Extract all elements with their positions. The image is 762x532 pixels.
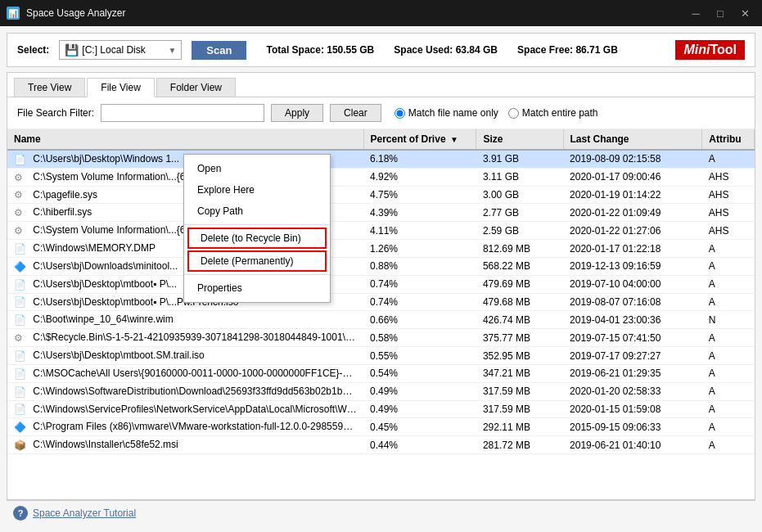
- tutorial-link[interactable]: Space Analyzer Tutorial: [33, 507, 136, 519]
- logo-tool: Tool: [710, 43, 737, 57]
- col-header-percent[interactable]: Percent of Drive ▼: [363, 129, 476, 150]
- cell-name: ⚙ C:\$Recycle.Bin\S-1-5-21-4210935939-30…: [7, 329, 363, 347]
- space-free-label: Space Free:: [517, 44, 573, 56]
- file-table: Name Percent of Drive ▼ Size Last Change…: [7, 129, 755, 454]
- cell-lastchange: 2019-04-01 23:00:36: [563, 311, 702, 329]
- disk-info: Total Space: 150.55 GB Space Used: 63.84…: [266, 44, 617, 56]
- clear-button[interactable]: Clear: [330, 104, 381, 122]
- tab-folder-view[interactable]: Folder View: [156, 78, 236, 97]
- col-header-lastchange[interactable]: Last Change: [563, 129, 702, 150]
- cell-size: 317.59 MB: [476, 382, 563, 400]
- radio-match-filename[interactable]: Match file name only: [395, 107, 498, 119]
- table-row[interactable]: 📄 C:\Windows\MEMORY.DMP 1.26% 812.69 MB …: [7, 240, 755, 258]
- table-row[interactable]: 🔷 C:\Program Files (x86)\vmware\VMware-w…: [7, 418, 755, 436]
- context-open[interactable]: Open: [184, 158, 330, 179]
- cell-attrib: A: [702, 364, 755, 382]
- table-row[interactable]: 📄 C:\Users\bj\Desktop\mtboot▪ P\... 0.74…: [7, 275, 755, 293]
- tab-tree-view[interactable]: Tree View: [14, 78, 85, 97]
- context-explore[interactable]: Explore Here: [184, 179, 330, 201]
- cell-name: 📄 C:\MSOCache\All Users\{90160000-0011-0…: [7, 364, 363, 382]
- drive-selector[interactable]: 💾 [C:] Local Disk ▼: [59, 40, 182, 60]
- cell-lastchange: 2020-01-15 01:59:08: [563, 400, 702, 418]
- file-icon: 📄: [14, 350, 27, 362]
- table-row[interactable]: ⚙ C:\System Volume Information\...{60c98…: [7, 168, 755, 186]
- space-free-value: 86.71 GB: [575, 44, 617, 56]
- help-icon[interactable]: ?: [13, 506, 28, 521]
- col-header-size[interactable]: Size: [476, 129, 563, 150]
- table-row[interactable]: ⚙ C:\System Volume Information\...{60c98…: [7, 222, 755, 240]
- cell-lastchange: 2015-09-15 09:06:33: [563, 418, 702, 436]
- minitool-logo: MiniTool: [675, 40, 745, 60]
- cell-percent: 0.44%: [363, 436, 476, 454]
- file-icon: ⚙: [14, 189, 27, 201]
- table-row[interactable]: ⚙ C:\pagefile.sys 4.75% 3.00 GB 2020-01-…: [7, 186, 755, 204]
- close-button[interactable]: ✕: [734, 4, 755, 22]
- search-input[interactable]: [101, 104, 264, 122]
- cell-size: 426.74 MB: [476, 311, 563, 329]
- tab-file-view[interactable]: File View: [87, 78, 154, 97]
- title-bar: 📊 Space Usage Analyzer ─ □ ✕: [0, 0, 762, 26]
- cell-percent: 6.18%: [363, 150, 476, 168]
- table-row[interactable]: 📄 C:\Users\bj\Desktop\mtboot.SM.trail.is…: [7, 347, 755, 365]
- table-row[interactable]: ⚙ C:\$Recycle.Bin\S-1-5-21-4210935939-30…: [7, 329, 755, 347]
- cell-name: 📦 C:\Windows\Installer\c58fe52.msi: [7, 436, 363, 454]
- table-row[interactable]: 📄 C:\Boot\winpe_10_64\winre.wim 0.66% 42…: [7, 311, 755, 329]
- cell-size: 812.69 MB: [476, 240, 563, 258]
- table-row[interactable]: 📄 C:\Windows\ServiceProfiles\NetworkServ…: [7, 400, 755, 418]
- cell-attrib: A: [702, 240, 755, 258]
- cell-percent: 0.49%: [363, 382, 476, 400]
- context-copy-path[interactable]: Copy Path: [184, 201, 330, 222]
- cell-lastchange: 2020-01-17 09:00:46: [563, 168, 702, 186]
- cell-attrib: A: [702, 329, 755, 347]
- total-space-value: 150.55 GB: [327, 44, 374, 56]
- col-header-attrib[interactable]: Attribu: [702, 129, 755, 150]
- view-tabs: Tree View File View Folder View: [7, 73, 755, 97]
- cell-size: 568.22 MB: [476, 257, 563, 275]
- scan-button[interactable]: Scan: [192, 41, 246, 60]
- file-icon: 📄: [14, 243, 27, 255]
- table-row[interactable]: 🔷 C:\Users\bj\Downloads\minitool... 0.88…: [7, 257, 755, 275]
- cell-size: 2.77 GB: [476, 204, 563, 222]
- table-row[interactable]: 📄 C:\MSOCache\All Users\{90160000-0011-0…: [7, 364, 755, 382]
- radio-match-path[interactable]: Match entire path: [508, 107, 598, 119]
- file-icon: 📄: [14, 368, 27, 380]
- cell-attrib: A: [702, 382, 755, 400]
- cell-percent: 4.11%: [363, 222, 476, 240]
- table-row[interactable]: 📄 C:\Users\bj\Desktop\mtboot▪ P\...Pw.Fr…: [7, 293, 755, 311]
- cell-size: 292.11 MB: [476, 418, 563, 436]
- table-row[interactable]: 📄 C:\Users\bj\Desktop\Windows 1... 6.18%…: [7, 150, 755, 168]
- table-row[interactable]: ⚙ C:\hiberfil.sys 4.39% 2.77 GB 2020-01-…: [7, 204, 755, 222]
- cell-size: 352.95 MB: [476, 347, 563, 365]
- cell-attrib: AHS: [702, 222, 755, 240]
- minimize-button[interactable]: ─: [685, 4, 706, 22]
- cell-lastchange: 2020-01-17 01:22:18: [563, 240, 702, 258]
- context-properties[interactable]: Properties: [184, 277, 330, 299]
- table-row[interactable]: 📄 C:\Windows\SoftwareDistribution\Downlo…: [7, 382, 755, 400]
- cell-lastchange: 2019-07-17 09:27:27: [563, 347, 702, 365]
- maximize-button[interactable]: □: [710, 4, 731, 22]
- cell-percent: 0.45%: [363, 418, 476, 436]
- context-delete-permanent[interactable]: Delete (Permanently): [187, 250, 327, 272]
- col-header-name[interactable]: Name: [7, 129, 363, 150]
- cell-lastchange: 2019-07-15 07:41:50: [563, 329, 702, 347]
- cell-lastchange: 2020-01-22 01:27:06: [563, 222, 702, 240]
- cell-attrib: AHS: [702, 168, 755, 186]
- context-menu: Open Explore Here Copy Path Delete (to R…: [183, 154, 331, 303]
- apply-button[interactable]: Apply: [271, 104, 323, 122]
- search-filter-bar: File Search Filter: Apply Clear Match fi…: [7, 97, 755, 129]
- cell-attrib: A: [702, 347, 755, 365]
- cell-lastchange: 2020-01-19 01:14:22: [563, 186, 702, 204]
- file-icon: 🔷: [14, 422, 27, 433]
- cell-percent: 4.75%: [363, 186, 476, 204]
- file-icon: 📄: [14, 404, 27, 415]
- window-controls: ─ □ ✕: [685, 4, 755, 22]
- file-icon: 📄: [14, 314, 27, 326]
- dropdown-arrow-icon: ▼: [168, 46, 176, 55]
- cell-attrib: A: [702, 293, 755, 311]
- file-icon: 📦: [14, 440, 27, 451]
- cell-name: 📄 C:\Windows\SoftwareDistribution\Downlo…: [7, 382, 363, 400]
- context-delete-recycle[interactable]: Delete (to Recycle Bin): [187, 228, 327, 249]
- file-icon: ⚙: [14, 172, 27, 183]
- table-row[interactable]: 📦 C:\Windows\Installer\c58fe52.msi 0.44%…: [7, 436, 755, 454]
- file-icon: ⚙: [14, 225, 27, 237]
